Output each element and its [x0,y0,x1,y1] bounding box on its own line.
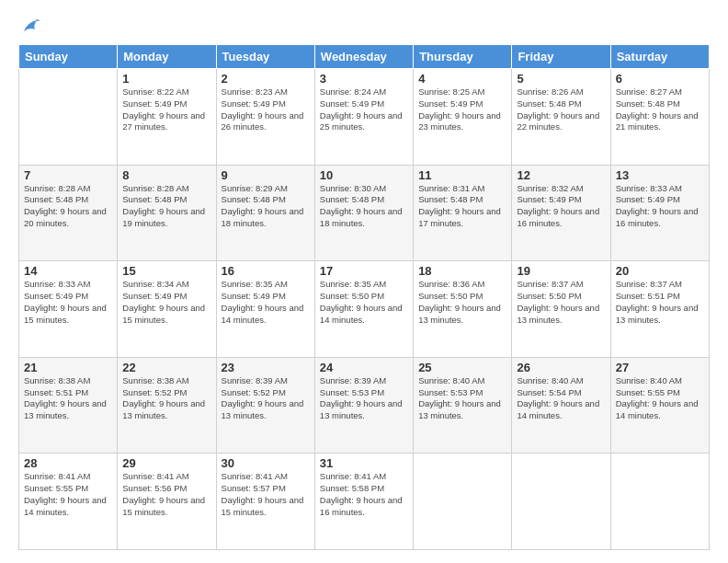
day-number: 2 [222,72,310,86]
calendar-cell: 17Sunrise: 8:35 AMSunset: 5:50 PMDayligh… [314,261,413,358]
calendar-cell: 26Sunrise: 8:40 AMSunset: 5:54 PMDayligh… [512,357,610,454]
day-number: 20 [616,264,704,278]
calendar-cell: 15Sunrise: 8:34 AMSunset: 5:49 PMDayligh… [118,261,216,358]
day-detail: Sunrise: 8:35 AMSunset: 5:49 PMDaylight:… [222,279,310,326]
day-detail: Sunrise: 8:22 AMSunset: 5:49 PMDaylight:… [122,86,210,133]
calendar-cell [610,454,709,550]
day-detail: Sunrise: 8:24 AMSunset: 5:49 PMDaylight:… [320,86,408,133]
day-number: 7 [24,168,112,182]
calendar-cell: 24Sunrise: 8:39 AMSunset: 5:53 PMDayligh… [314,357,413,454]
weekday-header-saturday: Saturday [610,45,709,69]
day-detail: Sunrise: 8:40 AMSunset: 5:54 PMDaylight:… [517,375,605,422]
day-detail: Sunrise: 8:40 AMSunset: 5:53 PMDaylight:… [418,375,506,422]
day-number: 11 [418,168,506,182]
day-detail: Sunrise: 8:26 AMSunset: 5:48 PMDaylight:… [517,86,605,133]
day-number: 15 [122,264,210,278]
calendar-cell: 23Sunrise: 8:39 AMSunset: 5:52 PMDayligh… [216,357,314,454]
calendar-cell: 30Sunrise: 8:41 AMSunset: 5:57 PMDayligh… [216,454,314,550]
calendar-cell: 31Sunrise: 8:41 AMSunset: 5:58 PMDayligh… [314,454,413,550]
day-number: 3 [320,72,408,86]
day-number: 8 [122,168,210,182]
day-detail: Sunrise: 8:32 AMSunset: 5:49 PMDaylight:… [517,183,605,230]
calendar-week-row: 7Sunrise: 8:28 AMSunset: 5:48 PMDaylight… [19,165,710,261]
day-number: 31 [320,456,408,470]
logo [18,17,40,37]
day-detail: Sunrise: 8:29 AMSunset: 5:48 PMDaylight:… [222,183,310,230]
calendar-cell: 6Sunrise: 8:27 AMSunset: 5:48 PMDaylight… [610,69,709,166]
calendar-cell: 1Sunrise: 8:22 AMSunset: 5:49 PMDaylight… [118,69,216,166]
day-number: 1 [122,72,210,86]
day-detail: Sunrise: 8:41 AMSunset: 5:55 PMDaylight:… [24,471,112,518]
weekday-header-wednesday: Wednesday [314,45,413,69]
day-detail: Sunrise: 8:28 AMSunset: 5:48 PMDaylight:… [24,183,112,230]
day-number: 25 [418,361,506,374]
weekday-header-thursday: Thursday [414,45,512,69]
day-number: 21 [24,361,112,374]
calendar-cell: 8Sunrise: 8:28 AMSunset: 5:48 PMDaylight… [118,165,216,261]
day-number: 19 [517,264,605,278]
calendar-table: SundayMondayTuesdayWednesdayThursdayFrid… [18,44,710,550]
calendar-cell: 21Sunrise: 8:38 AMSunset: 5:51 PMDayligh… [19,357,118,454]
day-number: 16 [222,264,310,278]
day-detail: Sunrise: 8:41 AMSunset: 5:58 PMDaylight:… [320,471,408,518]
day-number: 22 [122,361,210,374]
calendar-cell: 28Sunrise: 8:41 AMSunset: 5:55 PMDayligh… [19,454,118,550]
logo-bird-icon [20,17,40,37]
day-number: 28 [24,456,112,470]
day-detail: Sunrise: 8:35 AMSunset: 5:50 PMDaylight:… [320,279,408,326]
calendar-cell: 14Sunrise: 8:33 AMSunset: 5:49 PMDayligh… [19,261,118,358]
calendar-week-row: 21Sunrise: 8:38 AMSunset: 5:51 PMDayligh… [19,357,710,454]
day-detail: Sunrise: 8:39 AMSunset: 5:52 PMDaylight:… [222,375,310,422]
calendar-cell: 5Sunrise: 8:26 AMSunset: 5:48 PMDaylight… [512,69,610,166]
day-detail: Sunrise: 8:38 AMSunset: 5:52 PMDaylight:… [122,375,210,422]
calendar-week-row: 14Sunrise: 8:33 AMSunset: 5:49 PMDayligh… [19,261,710,358]
day-detail: Sunrise: 8:37 AMSunset: 5:51 PMDaylight:… [616,279,704,326]
weekday-header-friday: Friday [512,45,610,69]
day-number: 30 [222,456,310,470]
day-detail: Sunrise: 8:38 AMSunset: 5:51 PMDaylight:… [24,375,112,422]
day-detail: Sunrise: 8:31 AMSunset: 5:48 PMDaylight:… [418,183,506,230]
calendar-cell [19,69,118,166]
day-number: 5 [517,72,605,86]
day-detail: Sunrise: 8:39 AMSunset: 5:53 PMDaylight:… [320,375,408,422]
day-number: 12 [517,168,605,182]
day-detail: Sunrise: 8:25 AMSunset: 5:49 PMDaylight:… [418,86,506,133]
day-number: 24 [320,361,408,374]
day-detail: Sunrise: 8:34 AMSunset: 5:49 PMDaylight:… [122,279,210,326]
day-detail: Sunrise: 8:41 AMSunset: 5:56 PMDaylight:… [122,471,210,518]
day-detail: Sunrise: 8:40 AMSunset: 5:55 PMDaylight:… [616,375,704,422]
calendar-cell: 19Sunrise: 8:37 AMSunset: 5:50 PMDayligh… [512,261,610,358]
day-detail: Sunrise: 8:27 AMSunset: 5:48 PMDaylight:… [616,86,704,133]
day-number: 14 [24,264,112,278]
day-detail: Sunrise: 8:30 AMSunset: 5:48 PMDaylight:… [320,183,408,230]
calendar-cell: 29Sunrise: 8:41 AMSunset: 5:56 PMDayligh… [118,454,216,550]
day-number: 9 [222,168,310,182]
day-number: 18 [418,264,506,278]
calendar-cell: 11Sunrise: 8:31 AMSunset: 5:48 PMDayligh… [414,165,512,261]
calendar-cell [512,454,610,550]
day-detail: Sunrise: 8:41 AMSunset: 5:57 PMDaylight:… [222,471,310,518]
day-detail: Sunrise: 8:37 AMSunset: 5:50 PMDaylight:… [517,279,605,326]
day-number: 23 [222,361,310,374]
weekday-header-monday: Monday [118,45,216,69]
calendar-cell: 10Sunrise: 8:30 AMSunset: 5:48 PMDayligh… [314,165,413,261]
calendar-cell: 2Sunrise: 8:23 AMSunset: 5:49 PMDaylight… [216,69,314,166]
day-detail: Sunrise: 8:23 AMSunset: 5:49 PMDaylight:… [222,86,310,133]
day-detail: Sunrise: 8:36 AMSunset: 5:50 PMDaylight:… [418,279,506,326]
day-detail: Sunrise: 8:33 AMSunset: 5:49 PMDaylight:… [616,183,704,230]
calendar-cell [414,454,512,550]
day-number: 29 [122,456,210,470]
day-number: 6 [616,72,704,86]
day-detail: Sunrise: 8:28 AMSunset: 5:48 PMDaylight:… [122,183,210,230]
day-number: 10 [320,168,408,182]
calendar-cell: 25Sunrise: 8:40 AMSunset: 5:53 PMDayligh… [414,357,512,454]
calendar-cell: 27Sunrise: 8:40 AMSunset: 5:55 PMDayligh… [610,357,709,454]
day-detail: Sunrise: 8:33 AMSunset: 5:49 PMDaylight:… [24,279,112,326]
calendar-cell: 12Sunrise: 8:32 AMSunset: 5:49 PMDayligh… [512,165,610,261]
calendar-cell: 4Sunrise: 8:25 AMSunset: 5:49 PMDaylight… [414,69,512,166]
calendar-cell: 20Sunrise: 8:37 AMSunset: 5:51 PMDayligh… [610,261,709,358]
calendar-week-row: 28Sunrise: 8:41 AMSunset: 5:55 PMDayligh… [19,454,710,550]
day-number: 13 [616,168,704,182]
top-section [18,17,710,37]
calendar-cell: 7Sunrise: 8:28 AMSunset: 5:48 PMDaylight… [19,165,118,261]
